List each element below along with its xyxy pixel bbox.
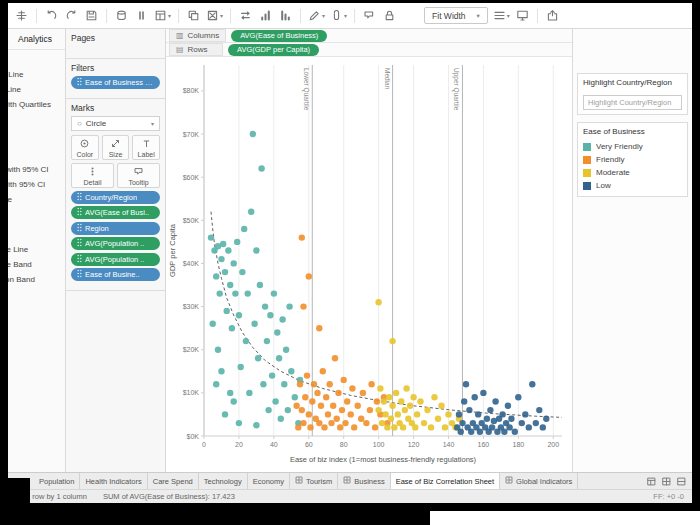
filter-pill[interactable]: Ease of Business (cl.. [71,76,160,89]
x-axis[interactable]: 020406080100120140160180200 [202,436,559,448]
sheet-tab[interactable]: Technology [199,473,248,489]
toolbar-left-icons: ▾▾▾▾ [14,8,397,24]
analytics-item[interactable]: Average Line [8,82,66,97]
redo-icon[interactable] [64,8,79,24]
marks-pill[interactable]: AVG(Population .. [71,253,160,266]
status-dimensions: 1 row by 1 column [26,492,87,501]
rows-pill[interactable]: AVG(GDP per Capita) [228,44,319,56]
analytics-item[interactable]: Forecast [8,207,66,222]
marks-button-label: Size [109,151,123,158]
analytics-item[interactable]: Median with 95% CI [8,177,66,192]
columns-grid-icon: ▥ [176,31,184,40]
legend-item[interactable]: Very Friendly [583,140,682,153]
highlight-icon[interactable]: ▾ [308,8,325,24]
sheet-tab[interactable]: Population [34,473,80,489]
marks-buttons-row-2: DetailTooltip [71,163,160,188]
legend-item[interactable]: Low [583,179,682,192]
marks-pill[interactable]: AVG(Population .. [71,237,160,250]
group-members-icon[interactable]: ▾ [330,8,347,24]
pill-label: Ease of Busine.. [85,270,140,279]
sheet-tab[interactable]: Care Spend [148,473,199,489]
mark-type-select[interactable]: ○ Circle ▾ [71,116,160,131]
add-data-icon[interactable] [114,8,129,24]
tab-analytics[interactable]: Analytics [18,34,52,44]
analytics-section-title: Custom [8,228,66,242]
y-axis-title: GDP per Capita [168,223,177,277]
series-low[interactable] [454,381,550,435]
legend-item[interactable]: Friendly [583,153,682,166]
detail-button[interactable]: Detail [71,163,114,188]
analytics-item[interactable]: Median with Quartiles [8,97,66,112]
scatter-chart[interactable]: $0K$10K$20K$30K$40K$50K$60K$70K$80K02040… [166,57,572,468]
new-worksheet-button[interactable] [646,476,657,487]
toolbar-separator [537,9,538,23]
analytics-item-label: Median with Quartiles [8,100,51,109]
tooltip-button[interactable]: Tooltip [117,163,160,188]
columns-label-text: Columns [188,31,220,40]
legend-item[interactable]: Moderate [583,166,682,179]
svg-text:$30K: $30K [183,303,200,310]
share-icon[interactable] [545,8,560,24]
sheet-tab[interactable]: Ease of Biz Correlation Sheet [391,473,500,489]
marks-pill[interactable]: AVG(Ease of Busi.. [71,206,160,219]
new-story-button[interactable] [676,476,687,487]
analytics-item[interactable]: Totals [8,127,66,142]
analytics-item[interactable]: Reference Line [8,242,66,257]
tableau-logo-icon[interactable] [14,8,29,24]
undo-icon[interactable] [44,8,59,24]
presentation-mode-icon[interactable] [515,8,530,24]
analytics-section: SummarizeConstant LineAverage LineMedian… [8,50,66,145]
new-worksheet-icon[interactable]: ▾ [154,8,171,24]
fix-axes-icon[interactable] [382,8,397,24]
toolbar-separator [36,9,37,23]
analytics-item[interactable]: Constant Line [8,67,66,82]
sheet-grid-icon [343,476,351,486]
analytics-item[interactable]: Box Plot [8,287,66,302]
analytics-item[interactable]: Box Plot [8,112,66,127]
clear-sheet-icon[interactable]: ▾ [206,8,223,24]
series-friendly[interactable] [293,234,390,430]
rows-grid-icon: ▤ [176,45,184,54]
svg-text:Upper Quartile: Upper Quartile [452,68,460,111]
analytics-item[interactable]: Distribution Band [8,272,66,287]
label-button[interactable]: Label [132,135,160,160]
main-area: Data Analytics SummarizeConstant LineAve… [8,29,692,472]
analytics-item[interactable]: Trend Line [8,192,66,207]
fit-selector[interactable]: Fit Width ▾ [424,7,488,24]
sheet-tab[interactable]: Health Indicators [80,473,147,489]
mark-type-label: Circle [86,119,106,128]
size-button[interactable]: Size [102,135,130,160]
marks-pill[interactable]: Country/Region [71,191,160,204]
swap-axes-icon[interactable] [238,8,253,24]
analytics-item[interactable]: Average with 95% CI [8,162,66,177]
toolbar-separator [354,9,355,23]
sheet-tab[interactable]: Global Indicators [500,473,578,489]
marks-pill[interactable]: Ease of Busine.. [71,268,160,281]
columns-shelf[interactable]: ▥ Columns AVG(Ease of Business) [166,29,572,43]
y-axis[interactable]: $0K$10K$20K$30K$40K$50K$60K$70K$80K [183,87,204,439]
show-cards-icon[interactable]: ▾ [493,8,510,24]
color-button[interactable]: Color [71,135,99,160]
columns-pill[interactable]: AVG(Ease of Business) [231,30,327,42]
rows-shelf[interactable]: ▤ Rows AVG(GDP per Capita) [166,43,572,57]
sort-descending-icon[interactable] [278,8,293,24]
chevron-down-icon: ▾ [322,12,325,19]
sheet-tab[interactable]: Business [338,473,390,489]
duplicate-icon[interactable] [186,8,201,24]
pages-card: Pages [66,29,165,59]
show-mark-labels-icon[interactable] [362,8,377,24]
pages-drop-area[interactable] [71,46,160,52]
marks-pill[interactable]: Region [71,222,160,235]
new-dashboard-button[interactable] [661,476,672,487]
sheet-tab[interactable]: Tourism [290,473,338,489]
sort-ascending-icon[interactable] [258,8,273,24]
svg-text:20: 20 [235,441,243,448]
save-icon[interactable] [84,8,99,24]
analytics-section: CustomReference LineReference BandDistri… [8,225,66,305]
pause-updates-icon[interactable] [134,8,149,24]
highlight-input[interactable] [583,95,682,110]
analytics-item[interactable]: Reference Band [8,257,66,272]
series-moderate[interactable] [375,299,462,430]
sheet-tab[interactable]: Economy [248,473,290,489]
svg-text:$50K: $50K [183,217,200,224]
